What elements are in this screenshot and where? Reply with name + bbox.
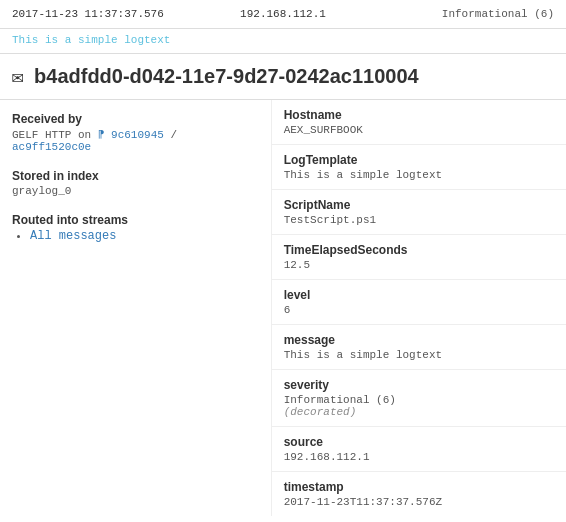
received-by-label: Received by [12, 112, 259, 126]
received-by-value: GELF HTTP on ⁋ 9c610945 / ac9ff1520c0e [12, 128, 259, 153]
log-timestamp: 2017-11-23 11:37:37.576 [12, 8, 193, 20]
field-row: messageThis is a simple logtext [272, 325, 566, 370]
right-column: HostnameAEX_SURFBOOKLogTemplateThis is a… [272, 100, 566, 516]
field-decorated-label: (decorated) [284, 406, 554, 418]
stored-index-value: graylog_0 [12, 185, 259, 197]
field-value: This is a simple logtext [284, 169, 554, 181]
field-row: TimeElapsedSeconds12.5 [272, 235, 566, 280]
field-name: message [284, 333, 554, 347]
left-column: Received by GELF HTTP on ⁋ 9c610945 / ac… [0, 100, 272, 516]
stream-link[interactable]: All messages [30, 229, 116, 243]
field-value: TestScript.ps1 [284, 214, 554, 226]
stream-item: All messages [30, 229, 259, 243]
log-top-bar: 2017-11-23 11:37:37.576 192.168.112.1 In… [0, 0, 566, 29]
field-value: Informational (6) [284, 394, 554, 406]
envelope-icon: ✉ [12, 64, 24, 89]
stored-index-label: Stored in index [12, 169, 259, 183]
field-row: ScriptNameTestScript.ps1 [272, 190, 566, 235]
field-value: 6 [284, 304, 554, 316]
received-by-text: GELF HTTP on [12, 129, 98, 141]
field-row: severityInformational (6)(decorated) [272, 370, 566, 427]
field-value: 12.5 [284, 259, 554, 271]
field-name: LogTemplate [284, 153, 554, 167]
field-value: 192.168.112.1 [284, 451, 554, 463]
streams-label: Routed into streams [12, 213, 259, 227]
field-row: level6 [272, 280, 566, 325]
node-link-1[interactable]: ⁋ 9c610945 [98, 129, 164, 141]
stored-index-block: Stored in index graylog_0 [12, 169, 259, 197]
log-summary: This is a simple logtext [0, 29, 566, 54]
field-name: ScriptName [284, 198, 554, 212]
received-by-block: Received by GELF HTTP on ⁋ 9c610945 / ac… [12, 112, 259, 153]
field-value: This is a simple logtext [284, 349, 554, 361]
field-name: Hostname [284, 108, 554, 122]
field-name: source [284, 435, 554, 449]
node-link-2[interactable]: ac9ff1520c0e [12, 141, 91, 153]
field-name: level [284, 288, 554, 302]
field-name: TimeElapsedSeconds [284, 243, 554, 257]
streams-block: Routed into streams All messages [12, 213, 259, 243]
received-by-sep: / [164, 129, 177, 141]
field-row: timestamp2017-11-23T11:37:37.576Z [272, 472, 566, 516]
log-severity: Informational (6) [373, 8, 554, 20]
message-id-row: ✉ b4adfdd0-d042-11e7-9d27-0242ac110004 [0, 54, 566, 100]
log-ip: 192.168.112.1 [193, 8, 374, 20]
message-id: b4adfdd0-d042-11e7-9d27-0242ac110004 [34, 65, 419, 88]
field-name: severity [284, 378, 554, 392]
field-row: LogTemplateThis is a simple logtext [272, 145, 566, 190]
field-value: 2017-11-23T11:37:37.576Z [284, 496, 554, 508]
log-summary-text: This is a simple logtext [12, 34, 170, 46]
field-row: source192.168.112.1 [272, 427, 566, 472]
field-name: timestamp [284, 480, 554, 494]
streams-list: All messages [12, 229, 259, 243]
field-value: AEX_SURFBOOK [284, 124, 554, 136]
details-section: Received by GELF HTTP on ⁋ 9c610945 / ac… [0, 100, 566, 516]
field-row: HostnameAEX_SURFBOOK [272, 100, 566, 145]
